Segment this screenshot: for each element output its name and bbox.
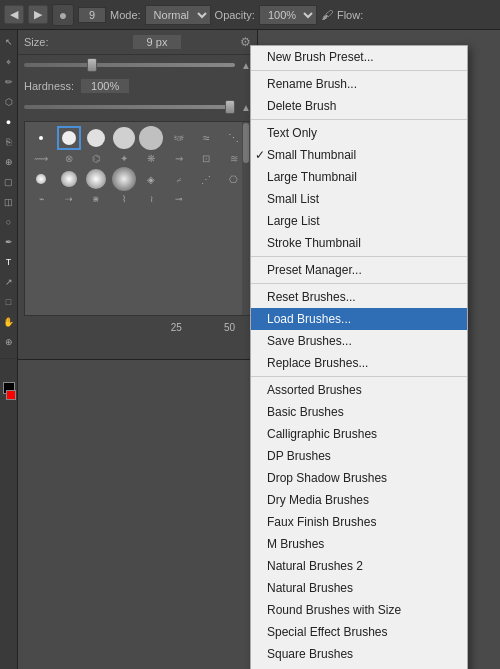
menu-item-reset-brushes[interactable]: Reset Brushes... bbox=[251, 286, 467, 308]
brush-size-input[interactable]: 9 bbox=[78, 7, 106, 23]
menu-item-calligraphic-brushes[interactable]: Calligraphic Brushes bbox=[251, 423, 467, 445]
brush-thumb-4[interactable] bbox=[112, 126, 137, 150]
scrollbar-track[interactable] bbox=[242, 122, 250, 315]
brush-panel-header: Size: 9 px ⚙ bbox=[18, 30, 257, 55]
tool-crop[interactable]: ⌖ bbox=[1, 54, 17, 70]
hardness-slider[interactable] bbox=[24, 100, 235, 114]
brush-thumb-30[interactable]: ⊸ bbox=[167, 194, 192, 204]
menu-item-small-list[interactable]: Small List bbox=[251, 188, 467, 210]
tool-path[interactable]: ↗ bbox=[1, 274, 17, 290]
redo-btn[interactable]: ▶ bbox=[28, 5, 48, 24]
menu-item-dp-brushes[interactable]: DP Brushes bbox=[251, 445, 467, 467]
brush-thumb-2[interactable] bbox=[57, 126, 82, 150]
menu-item-special-effect-brushes[interactable]: Special Effect Brushes bbox=[251, 621, 467, 643]
tool-history[interactable]: ⊕ bbox=[1, 154, 17, 170]
tool-zoom[interactable]: ⊕ bbox=[1, 334, 17, 350]
menu-item-large-thumbnail[interactable]: Large Thumbnail bbox=[251, 166, 467, 188]
menu-item-thick-heavy-brushes[interactable]: Thick Heavy Brushes bbox=[251, 665, 467, 669]
opacity-select[interactable]: 100% bbox=[259, 5, 317, 25]
menu-item-basic-brushes[interactable]: Basic Brushes bbox=[251, 401, 467, 423]
menu-item-natural-brushes[interactable]: Natural Brushes bbox=[251, 577, 467, 599]
menu-item-new-brush-preset[interactable]: New Brush Preset... bbox=[251, 46, 467, 68]
num1: 25 bbox=[171, 322, 182, 333]
tool-hand[interactable]: ✋ bbox=[1, 314, 17, 330]
menu-item-replace-brushes[interactable]: Replace Brushes... bbox=[251, 352, 467, 374]
brush-thumb-17[interactable] bbox=[29, 167, 54, 191]
airbrush-icon[interactable]: 🖌 bbox=[321, 8, 333, 22]
separator-4 bbox=[251, 283, 467, 284]
size-value[interactable]: 9 px bbox=[132, 34, 182, 50]
size-slider[interactable] bbox=[24, 58, 235, 72]
brush-thumb-25[interactable]: ⌁ bbox=[29, 194, 54, 204]
brush-thumb-5[interactable] bbox=[139, 126, 164, 150]
scrollbar-thumb[interactable] bbox=[243, 123, 249, 163]
menu-item-large-list[interactable]: Large List bbox=[251, 210, 467, 232]
hardness-value[interactable]: 100% bbox=[80, 78, 130, 94]
menu-item-dry-media-brushes[interactable]: Dry Media Brushes bbox=[251, 489, 467, 511]
menu-item-natural-brushes-2[interactable]: Natural Brushes 2 bbox=[251, 555, 467, 577]
mode-label: Mode: bbox=[110, 9, 141, 21]
brush-thumb-18[interactable] bbox=[57, 167, 82, 191]
tool-eraser[interactable]: ▢ bbox=[1, 174, 17, 190]
tool-selection[interactable]: ↖ bbox=[1, 34, 17, 50]
left-sidebar: ↖ ⌖ ✏ ⬡ ● ⎘ ⊕ ▢ ◫ ○ ✒ T ↗ □ ✋ ⊕ bbox=[0, 30, 18, 669]
tool-clone[interactable]: ⎘ bbox=[1, 134, 17, 150]
brush-thumb-14[interactable]: ⇝ bbox=[167, 153, 192, 164]
menu-item-faux-finish-brushes[interactable]: Faux Finish Brushes bbox=[251, 511, 467, 533]
brush-thumb-6[interactable]: ⎃ bbox=[167, 126, 192, 150]
menu-item-text-only[interactable]: Text Only bbox=[251, 122, 467, 144]
mode-select[interactable]: Normal bbox=[145, 5, 211, 25]
background-color[interactable] bbox=[6, 390, 16, 400]
brush-thumb-3[interactable] bbox=[84, 126, 109, 150]
opacity-label: Opacity: bbox=[215, 9, 255, 21]
menu-item-m-brushes[interactable]: M Brushes bbox=[251, 533, 467, 555]
tool-shape[interactable]: □ bbox=[1, 294, 17, 310]
brush-thumb-13[interactable]: ❋ bbox=[139, 153, 164, 164]
tool-dodge[interactable]: ○ bbox=[1, 214, 17, 230]
tool-patch[interactable]: ⬡ bbox=[1, 94, 17, 110]
brush-thumb-22[interactable]: ⌿ bbox=[167, 167, 192, 191]
menu-item-square-brushes[interactable]: Square Brushes bbox=[251, 643, 467, 665]
brush-thumb-29[interactable]: ≀ bbox=[139, 194, 164, 204]
brush-thumb-15[interactable]: ⊡ bbox=[194, 153, 219, 164]
tool-brush[interactable]: ● bbox=[1, 114, 17, 130]
brush-panel: Size: 9 px ⚙ ▲ Hardness: 100% ▲ bbox=[18, 30, 258, 360]
menu-item-delete-brush[interactable]: Delete Brush bbox=[251, 95, 467, 117]
menu-item-rename-brush[interactable]: Rename Brush... bbox=[251, 73, 467, 95]
size-slider-row: ▲ bbox=[18, 55, 257, 75]
menu-item-save-brushes[interactable]: Save Brushes... bbox=[251, 330, 467, 352]
hardness-label: Hardness: bbox=[24, 80, 74, 92]
menu-item-round-brushes-with-size[interactable]: Round Brushes with Size bbox=[251, 599, 467, 621]
brush-thumbnails[interactable]: ⎃ ≈ ⋱ ⟿ ⊗ ⌬ ✦ ❋ ⇝ ⊡ ≋ ◈ ⌿ ⋰ ⎔ ⌁ ⇢ ⋇ ⌇ bbox=[24, 121, 251, 316]
brush-thumb-26[interactable]: ⇢ bbox=[57, 194, 82, 204]
menu-item-load-brushes[interactable]: Load Brushes... bbox=[251, 308, 467, 330]
context-menu: New Brush Preset... Rename Brush... Dele… bbox=[250, 45, 468, 669]
brush-numbers-row: 25 50 bbox=[18, 320, 257, 335]
brush-thumb-1[interactable] bbox=[29, 126, 54, 150]
menu-item-assorted-brushes[interactable]: Assorted Brushes bbox=[251, 379, 467, 401]
brush-thumb-21[interactable]: ◈ bbox=[139, 167, 164, 191]
brush-thumb-27[interactable]: ⋇ bbox=[84, 194, 109, 204]
size-label: Size: bbox=[24, 36, 74, 48]
brush-thumb-28[interactable]: ⌇ bbox=[112, 194, 137, 204]
menu-item-preset-manager[interactable]: Preset Manager... bbox=[251, 259, 467, 281]
brush-icon: ● bbox=[52, 4, 74, 26]
brush-thumb-9[interactable]: ⟿ bbox=[29, 153, 54, 164]
brush-thumb-10[interactable]: ⊗ bbox=[57, 153, 82, 164]
tool-eyedropper[interactable]: ✏ bbox=[1, 74, 17, 90]
tool-type[interactable]: T bbox=[1, 254, 17, 270]
brush-thumb-11[interactable]: ⌬ bbox=[84, 153, 109, 164]
brush-thumb-12[interactable]: ✦ bbox=[112, 153, 137, 164]
menu-item-stroke-thumbnail[interactable]: Stroke Thumbnail bbox=[251, 232, 467, 254]
brush-thumb-20[interactable] bbox=[112, 167, 137, 191]
brush-thumb-19[interactable] bbox=[84, 167, 109, 191]
menu-item-small-thumbnail[interactable]: Small Thumbnail bbox=[251, 144, 467, 166]
menu-item-drop-shadow-brushes[interactable]: Drop Shadow Brushes bbox=[251, 467, 467, 489]
undo-btn[interactable]: ◀ bbox=[4, 5, 24, 24]
tool-gradient[interactable]: ◫ bbox=[1, 194, 17, 210]
separator-5 bbox=[251, 376, 467, 377]
tool-pen[interactable]: ✒ bbox=[1, 234, 17, 250]
brush-thumb-7[interactable]: ≈ bbox=[194, 126, 219, 150]
flow-label: Flow: bbox=[337, 9, 363, 21]
brush-thumb-23[interactable]: ⋰ bbox=[194, 167, 219, 191]
